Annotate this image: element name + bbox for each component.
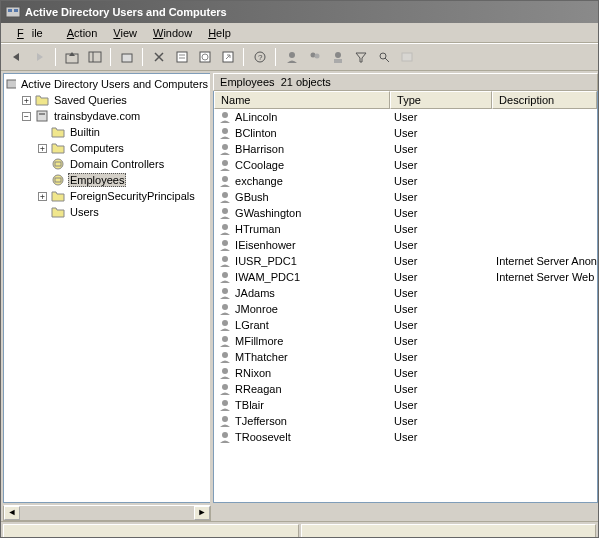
- folder-icon: [51, 126, 65, 138]
- svg-point-37: [222, 224, 228, 230]
- menu-view[interactable]: View: [105, 25, 145, 41]
- column-header-desc[interactable]: Description: [492, 91, 597, 109]
- show-pane-button[interactable]: [83, 46, 106, 68]
- list-item[interactable]: TBlairUser: [214, 397, 597, 413]
- list-item[interactable]: MThatcherUser: [214, 349, 597, 365]
- up-button[interactable]: [60, 46, 83, 68]
- cell-name: RNixon: [214, 366, 390, 380]
- list-item[interactable]: TJeffersonUser: [214, 413, 597, 429]
- toolbar-separator: [55, 48, 56, 66]
- cell-type: User: [390, 143, 492, 155]
- svg-rect-7: [177, 52, 187, 62]
- find-button[interactable]: [372, 46, 395, 68]
- tree-label: trainsbydave.com: [52, 109, 142, 123]
- toolbar-separator: [275, 48, 276, 66]
- tree-root-label: Active Directory Users and Computers: [19, 77, 210, 91]
- cell-type: User: [390, 303, 492, 315]
- svg-point-39: [222, 256, 228, 262]
- list-item[interactable]: HTrumanUser: [214, 221, 597, 237]
- list-item[interactable]: BClintonUser: [214, 125, 597, 141]
- properties-button[interactable]: [170, 46, 193, 68]
- list-item[interactable]: IWAM_PDC1UserInternet Server Web: [214, 269, 597, 285]
- new-ou-button[interactable]: [326, 46, 349, 68]
- help-button[interactable]: ?: [248, 46, 271, 68]
- svg-point-38: [222, 240, 228, 246]
- list-item[interactable]: IEisenhowerUser: [214, 237, 597, 253]
- cell-type: User: [390, 399, 492, 411]
- list-container: Employees 21 objects Name Type Descripti…: [213, 73, 598, 503]
- svg-point-32: [222, 144, 228, 150]
- tree-root[interactable]: Active Directory Users and Computers: [6, 76, 210, 92]
- expander-icon[interactable]: +: [22, 96, 31, 105]
- toolbar-separator: [243, 48, 244, 66]
- menu-window[interactable]: Window: [145, 25, 200, 41]
- cut-button[interactable]: [115, 46, 138, 68]
- tree-saved-queries[interactable]: + Saved Queries: [6, 92, 210, 108]
- tree-users[interactable]: Users: [6, 204, 210, 220]
- tree-computers[interactable]: + Computers: [6, 140, 210, 156]
- list-item[interactable]: exchangeUser: [214, 173, 597, 189]
- export-button[interactable]: [216, 46, 239, 68]
- expander-icon[interactable]: +: [38, 144, 47, 153]
- add-query-button[interactable]: [395, 46, 418, 68]
- list-item[interactable]: GWashingtonUser: [214, 205, 597, 221]
- tree-builtin[interactable]: Builtin: [6, 124, 210, 140]
- delete-button[interactable]: [147, 46, 170, 68]
- toolbar-separator: [142, 48, 143, 66]
- svg-point-34: [222, 176, 228, 182]
- new-group-button[interactable]: [303, 46, 326, 68]
- list-item[interactable]: CCoolageUser: [214, 157, 597, 173]
- svg-point-33: [222, 160, 228, 166]
- tree-fsp[interactable]: + ForeignSecurityPrincipals: [6, 188, 210, 204]
- forward-button[interactable]: [28, 46, 51, 68]
- tree-domain[interactable]: − trainsbydave.com: [6, 108, 210, 124]
- scroll-left-icon[interactable]: ◄: [4, 506, 20, 520]
- tree-pane: Active Directory Users and Computers + S…: [3, 73, 210, 503]
- list-item[interactable]: BHarrisonUser: [214, 141, 597, 157]
- toolbar-separator: [110, 48, 111, 66]
- filter-button[interactable]: [349, 46, 372, 68]
- cell-name: BClinton: [214, 126, 390, 140]
- svg-rect-6: [122, 54, 132, 62]
- menu-file[interactable]: File: [9, 25, 59, 41]
- list-path: Employees: [220, 76, 274, 88]
- list-item[interactable]: MFillmoreUser: [214, 333, 597, 349]
- back-button[interactable]: [5, 46, 28, 68]
- list-item[interactable]: GBushUser: [214, 189, 597, 205]
- expander-icon[interactable]: −: [22, 112, 31, 121]
- status-cell: [3, 524, 299, 539]
- menu-action[interactable]: Action: [59, 25, 106, 41]
- svg-point-35: [222, 192, 228, 198]
- refresh-button[interactable]: [193, 46, 216, 68]
- list-item[interactable]: TRooseveltUser: [214, 429, 597, 445]
- menu-help[interactable]: Help: [200, 25, 239, 41]
- ou-icon: [51, 174, 65, 186]
- list-item[interactable]: RNixonUser: [214, 365, 597, 381]
- tree-hscroll[interactable]: ◄ ►: [3, 505, 211, 521]
- column-header-type[interactable]: Type: [390, 91, 492, 109]
- svg-point-31: [222, 128, 228, 134]
- list-item[interactable]: RReaganUser: [214, 381, 597, 397]
- menubar: File Action View Window Help: [1, 23, 598, 43]
- list-item[interactable]: IUSR_PDC1UserInternet Server Anon: [214, 253, 597, 269]
- tree-domain-controllers[interactable]: Domain Controllers: [6, 156, 210, 172]
- list-item[interactable]: ALincolnUser: [214, 109, 597, 125]
- cell-name: IEisenhower: [214, 238, 390, 252]
- scroll-right-icon[interactable]: ►: [194, 506, 210, 520]
- tree-label: ForeignSecurityPrincipals: [68, 189, 197, 203]
- cell-name: CCoolage: [214, 158, 390, 172]
- svg-point-43: [222, 320, 228, 326]
- cell-desc: Internet Server Web: [492, 271, 597, 283]
- domain-icon: [35, 109, 49, 123]
- list-count: 21 objects: [281, 76, 331, 88]
- svg-point-36: [222, 208, 228, 214]
- svg-text:?: ?: [258, 53, 263, 62]
- column-header-name[interactable]: Name: [214, 91, 390, 109]
- list-item[interactable]: JAdamsUser: [214, 285, 597, 301]
- list-item[interactable]: JMonroeUser: [214, 301, 597, 317]
- expander-icon[interactable]: +: [38, 192, 47, 201]
- tree-employees[interactable]: Employees: [6, 172, 210, 188]
- list-item[interactable]: LGrantUser: [214, 317, 597, 333]
- new-user-button[interactable]: [280, 46, 303, 68]
- cell-type: User: [390, 335, 492, 347]
